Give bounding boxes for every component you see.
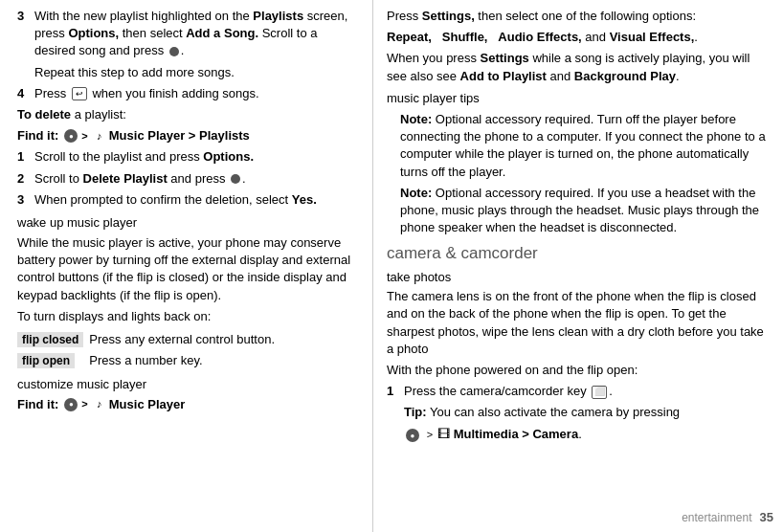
wake-heading: wake up music player [17, 214, 359, 232]
camera-step-1-number: 1 [387, 383, 400, 400]
flip-closed-text: Press any external control button. [89, 332, 275, 346]
tips-heading: music player tips [387, 90, 770, 107]
camera-key-icon: ⬜ [592, 386, 607, 399]
note-1: Note: Optional accessory required. Turn … [400, 111, 770, 181]
customize-heading: customize music player [17, 376, 359, 393]
menu-button-icon-2: ● [64, 398, 78, 411]
delete-playlist-keyword: Delete Playlist [83, 171, 168, 186]
yes-keyword: Yes. [292, 192, 317, 207]
note-2: Note: Optional accessory required. If yo… [400, 185, 770, 237]
delete-step-3-text: When prompted to confirm the deletion, s… [34, 192, 317, 207]
music-player-label: Music Player [109, 397, 186, 411]
flip-table: flip closed Press any external control b… [17, 329, 280, 371]
visual-effects-option: Visual Effects, [610, 30, 695, 44]
flip-open-text-cell: Press a number key. [89, 350, 280, 371]
flip-open-label-cell: flip open [17, 350, 89, 371]
flip-open-label: flip open [17, 353, 75, 368]
step-4-text: Press ↩ when you finish adding songs. [34, 86, 259, 100]
find-it-2-path: Music Player [109, 396, 186, 413]
camera-body-1: The camera lens is on the front of the p… [387, 288, 770, 358]
page-number: 35 [760, 509, 773, 526]
delete-step-3-content: When prompted to confirm the deletion, s… [34, 191, 359, 209]
background-play-keyword: Background Play [574, 69, 676, 83]
find-it-2: Find it: ● > ♪ Music Player [17, 396, 359, 413]
tip-body: You can also activate the camera by pres… [427, 405, 681, 419]
delete-step-3: 3 When prompted to confirm the deletion,… [17, 191, 359, 209]
repeat-option: Repeat, [387, 30, 432, 44]
delete-step-2-text: Scroll to Delete Playlist and press . [34, 171, 246, 186]
camera-heading: camera & camcorder [387, 242, 770, 265]
delete-step-1-content: Scroll to the playlist and press Options… [34, 148, 359, 166]
note-2-text: Optional accessory required. If you use … [400, 186, 759, 234]
right-column: Press Settings, then select one of the f… [373, 0, 783, 532]
note-1-label: Note: [400, 112, 432, 126]
select-button-icon [169, 47, 179, 56]
find-it-1-path: Music Player > Playlists [109, 127, 250, 144]
delete-label: To delete [17, 107, 71, 122]
menu-button-icon: ● [64, 129, 78, 143]
when-settings-text: When you press Settings while a song is … [387, 50, 770, 84]
camera-step-1-content: Press the camera/camcorder key ⬜. [404, 383, 770, 400]
repeat-text: Repeat this step to add more songs. [34, 64, 359, 81]
find-it-1-label: Find it: [17, 127, 58, 144]
flip-closed-text-cell: Press any external control button. [89, 329, 280, 350]
chevron-1: > [81, 129, 87, 144]
options-keyword: Options, [68, 26, 119, 40]
note-1-text: Optional accessory required. Turn off th… [400, 112, 766, 179]
turn-on-text: To turn displays and lights back on: [17, 308, 359, 325]
note-2-label: Note: [400, 186, 432, 200]
step-4-number: 4 [17, 85, 31, 102]
playlists-keyword: Playlists [253, 9, 303, 23]
step-3: 3 With the new playlist highlighted on t… [17, 8, 359, 60]
step-3-text: With the new playlist highlighted on the… [34, 9, 347, 57]
settings-keyword-2: Settings [481, 51, 529, 65]
find-it-1: Find it: ● > ♪ Music Player > Playlists [17, 127, 359, 144]
flip-open-row: flip open Press a number key. [17, 350, 280, 371]
take-photos-heading: take photos [387, 269, 770, 286]
delete-step-1: 1 Scroll to the playlist and press Optio… [17, 148, 359, 166]
tip-text: Tip: You can also activate the camera by… [404, 404, 770, 421]
add-to-playlist-keyword: Add to Playlist [460, 69, 547, 83]
entertainment-label: entertainment [682, 510, 751, 526]
tip-circle-icon: ● [406, 429, 419, 442]
tip-multimedia-icon: 🎞 [437, 427, 450, 441]
back-button-icon: ↩ [72, 87, 87, 100]
flip-closed-label-cell: flip closed [17, 329, 89, 350]
tip-block: Tip: You can also activate the camera by… [404, 404, 770, 442]
music-player-icon: ♪ [92, 128, 107, 144]
add-song-keyword: Add a Song. [186, 26, 258, 40]
tip-path: ● > 🎞 Multimedia > Camera. [404, 426, 770, 443]
step-4: 4 Press ↩ when you finish adding songs. [17, 85, 359, 102]
step-3-number: 3 [17, 8, 31, 60]
delete-step-2: 2 Scroll to Delete Playlist and press . [17, 170, 359, 188]
step-3-content: With the new playlist highlighted on the… [34, 8, 359, 60]
delete-step-3-number: 3 [17, 191, 31, 209]
tip-multimedia-path: Multimedia > Camera [454, 427, 578, 441]
chevron-2: > [81, 397, 87, 411]
camera-step-1-text: Press the camera/camcorder key ⬜. [404, 384, 613, 398]
delete-step-2-number: 2 [17, 170, 31, 188]
delete-heading: To delete a playlist: [17, 106, 359, 123]
wake-body: While the music player is active, your p… [17, 234, 359, 304]
step-4-content: Press ↩ when you finish adding songs. [34, 85, 359, 102]
page-footer: entertainment 35 [682, 509, 773, 526]
find-it-2-label: Find it: [17, 396, 58, 413]
options-2-keyword: Options. [203, 149, 254, 164]
settings-keyword: Settings, [422, 9, 475, 23]
delete-step-1-number: 1 [17, 148, 31, 166]
left-column: 3 With the new playlist highlighted on t… [0, 0, 373, 532]
flip-open-text: Press a number key. [89, 353, 202, 367]
delete-step-1-text: Scroll to the playlist and press Options… [34, 149, 254, 164]
select-button-icon-2 [231, 174, 240, 184]
flip-closed-label: flip closed [17, 332, 83, 347]
press-settings-text: Press Settings, then select one of the f… [387, 8, 770, 25]
audio-effects-option: Audio Effects, [498, 30, 581, 44]
repeat-label: Repeat this step to add more songs. [34, 65, 235, 79]
camera-step-1: 1 Press the camera/camcorder key ⬜. [387, 383, 770, 400]
tip-label: Tip: [404, 405, 427, 419]
delete-step-2-content: Scroll to Delete Playlist and press . [34, 170, 359, 188]
shuffle-option: Shuffle, [442, 30, 488, 44]
flip-closed-row: flip closed Press any external control b… [17, 329, 280, 350]
tip-chevron: > [427, 429, 436, 440]
options-list: Repeat, Shuffle, Audio Effects, and Visu… [387, 29, 770, 46]
